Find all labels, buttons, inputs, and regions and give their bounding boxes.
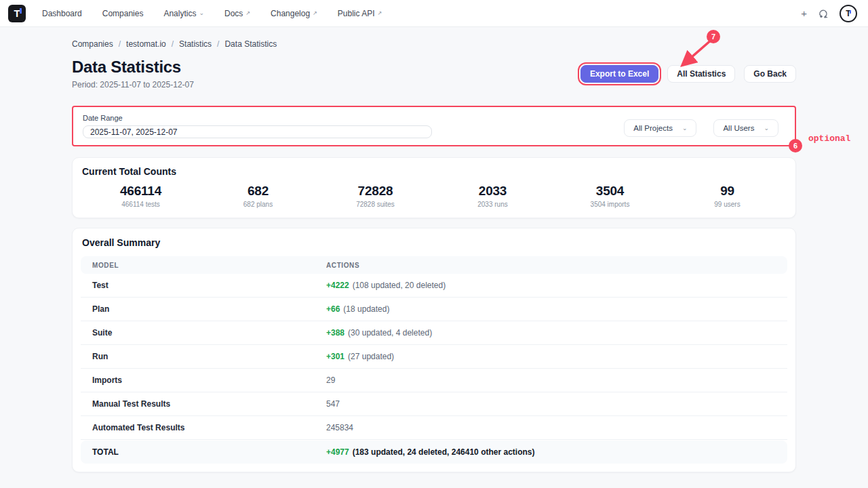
actions-cell: +4977 (183 updated, 24 deleted, 246410 o… — [326, 447, 787, 457]
count-label: 99 users — [669, 201, 786, 208]
summary-table: Model Actions Test +4222 (108 updated, 2… — [81, 256, 787, 464]
count-value: 99 — [669, 184, 786, 199]
detail-text: (30 updated, 4 deleted) — [348, 328, 432, 338]
model-cell: Manual Test Results — [92, 399, 326, 409]
count-label: 2033 runs — [434, 201, 551, 208]
detail-text: 245834 — [326, 423, 353, 432]
detail-text: 29 — [326, 375, 335, 385]
breadcrumb-separator: / — [172, 39, 174, 49]
table-row-test: Test +4222 (108 updated, 20 deleted) — [81, 274, 787, 298]
count-imports: 3504 3504 imports — [551, 184, 669, 208]
table-row-manual-test-results: Manual Test Results 547 — [81, 392, 787, 416]
users-dropdown-value: All Users — [723, 124, 754, 132]
count-plans: 682 682 plans — [199, 184, 317, 208]
date-range-card: Date Range All Projects ⌄ All Users ⌄ 6 — [72, 106, 796, 146]
count-value: 682 — [199, 184, 317, 199]
breadcrumb-separator: / — [119, 39, 121, 49]
delta-value: +4222 — [326, 281, 349, 290]
delta-value: +4977 — [326, 447, 349, 457]
nav-menu: Dashboard Companies Analytics ⌄ Docs ↗ C… — [42, 9, 382, 18]
chevron-down-icon: ⌄ — [764, 125, 769, 131]
annotation-optional-label: optional — [808, 134, 850, 144]
breadcrumb-company[interactable]: testomat.io — [126, 39, 166, 49]
plus-icon[interactable]: + — [801, 8, 807, 18]
chevron-down-icon: ⌄ — [199, 10, 204, 16]
count-label: 3504 imports — [551, 201, 669, 208]
external-link-icon: ↗ — [245, 11, 250, 16]
overall-summary-card: Overall Summary Model Actions Test +4222… — [72, 228, 796, 472]
filter-dropdowns: All Projects ⌄ All Users ⌄ — [624, 114, 785, 138]
count-suites: 72828 72828 suites — [317, 184, 434, 208]
count-value: 72828 — [317, 184, 434, 199]
count-label: 72828 suites — [317, 201, 434, 208]
count-users: 99 99 users — [669, 184, 786, 208]
top-navigation: T Dashboard Companies Analytics ⌄ Docs ↗… — [0, 0, 868, 27]
users-dropdown[interactable]: All Users ⌄ — [713, 119, 778, 137]
model-cell: TOTAL — [92, 447, 326, 457]
actions-cell: 547 — [326, 399, 787, 409]
nav-item-dashboard[interactable]: Dashboard — [42, 9, 82, 18]
detail-text: (18 updated) — [343, 304, 389, 314]
count-value: 3504 — [551, 184, 669, 199]
nav-item-analytics[interactable]: Analytics ⌄ — [163, 9, 204, 18]
title-block: Data Statistics Period: 2025-11-07 to 20… — [72, 58, 194, 89]
date-range-label: Date Range — [83, 114, 432, 122]
table-row-imports: Imports 29 — [81, 369, 787, 392]
detail-text: 547 — [326, 399, 340, 409]
count-label: 682 plans — [199, 201, 317, 208]
export-to-excel-button[interactable]: Export to Excel — [580, 65, 658, 83]
nav-item-changelog[interactable]: Changelog ↗ — [271, 9, 317, 18]
support-icon[interactable] — [818, 8, 829, 19]
nav-item-companies[interactable]: Companies — [102, 9, 144, 18]
actions-cell: +4222 (108 updated, 20 deleted) — [326, 281, 787, 290]
actions-cell: +66 (18 updated) — [326, 304, 787, 314]
model-cell: Automated Test Results — [92, 423, 326, 432]
model-cell: Test — [92, 281, 326, 290]
external-link-icon: ↗ — [313, 11, 317, 16]
table-row-run: Run +301 (27 updated) — [81, 345, 787, 369]
nav-item-label: Companies — [102, 9, 144, 18]
model-cell: Imports — [92, 375, 326, 385]
date-range-input[interactable] — [83, 125, 432, 138]
count-tests: 466114 466114 tests — [82, 184, 199, 208]
count-label: 466114 tests — [82, 201, 199, 208]
page-title: Data Statistics — [72, 58, 194, 77]
nav-item-public-api[interactable]: Public API ↗ — [338, 9, 382, 18]
nav-item-docs[interactable]: Docs ↗ — [224, 9, 250, 18]
delta-value: +388 — [326, 328, 344, 338]
current-total-counts-card: Current Total Counts 466114 466114 tests… — [72, 157, 796, 218]
main-content: Companies / testomat.io / Statistics / D… — [72, 27, 796, 488]
nav-item-label: Public API — [338, 9, 375, 18]
table-row-total: TOTAL +4977 (183 updated, 24 deleted, 24… — [81, 441, 787, 464]
breadcrumb-companies[interactable]: Companies — [72, 39, 113, 49]
annotation-step-badge-7: 7 — [707, 30, 720, 43]
count-value: 466114 — [82, 184, 199, 199]
counts-row: 466114 466114 tests 682 682 plans 72828 … — [82, 184, 786, 208]
breadcrumb-statistics[interactable]: Statistics — [179, 39, 212, 49]
projects-dropdown[interactable]: All Projects ⌄ — [624, 119, 696, 137]
counts-title: Current Total Counts — [82, 166, 786, 177]
actions-cell: 29 — [326, 375, 787, 385]
table-row-plan: Plan +66 (18 updated) — [81, 298, 787, 321]
app-logo[interactable]: T — [8, 5, 26, 22]
model-cell: Suite — [92, 328, 326, 338]
summary-title: Overall Summary — [81, 237, 787, 248]
nav-item-label: Dashboard — [42, 9, 82, 18]
model-cell: Plan — [92, 304, 326, 314]
count-value: 2033 — [434, 184, 551, 199]
annotation-step-badge-6: 6 — [789, 139, 802, 152]
breadcrumb-current: Data Statistics — [224, 39, 277, 49]
nav-item-label: Changelog — [271, 9, 310, 18]
user-avatar[interactable]: T — [840, 5, 857, 22]
table-row-automated-test-results: Automated Test Results 245834 — [81, 416, 787, 440]
column-header-model: Model — [92, 262, 326, 269]
chevron-down-icon: ⌄ — [682, 125, 688, 131]
go-back-button[interactable]: Go Back — [744, 65, 796, 83]
breadcrumb-separator: / — [217, 39, 219, 49]
external-link-icon: ↗ — [378, 11, 382, 16]
nav-item-label: Analytics — [163, 9, 196, 18]
logo-accent — [20, 8, 22, 14]
period-text: Period: 2025-11-07 to 2025-12-07 — [72, 80, 194, 89]
count-runs: 2033 2033 runs — [434, 184, 551, 208]
column-header-actions: Actions — [326, 262, 787, 269]
